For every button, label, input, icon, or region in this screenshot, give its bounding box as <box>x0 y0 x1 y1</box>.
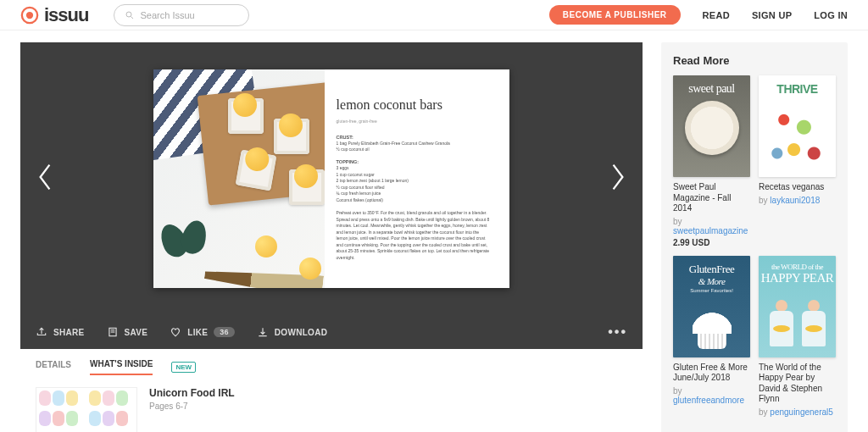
nav-read[interactable]: READ <box>703 10 730 20</box>
inside-pages: Pages 6-7 <box>149 402 235 411</box>
nav-login[interactable]: LOG IN <box>814 10 848 20</box>
logo-icon <box>20 6 39 25</box>
related-author-link[interactable]: glutenfreeandmore <box>673 396 744 405</box>
like-count: 36 <box>214 327 235 337</box>
cover-label-2: & More <box>698 276 726 286</box>
share-icon <box>36 326 47 338</box>
more-button[interactable]: ••• <box>608 324 627 340</box>
related-byline: by sweetpaulmagazine <box>673 217 750 235</box>
related-author-link[interactable]: penguingeneral5 <box>770 407 833 417</box>
related-byline: by penguingeneral5 <box>759 407 836 417</box>
action-bar: SHARE SAVE LIKE 36 DOWNLOAD ••• <box>20 315 643 349</box>
page-right-recipe: lemon coconut bars gluten-free, grain-fr… <box>325 69 509 288</box>
cover-label: the WORLD of theHAPPY PEAR <box>761 263 834 286</box>
related-cover[interactable]: sweet paul <box>673 75 750 177</box>
share-button[interactable]: SHARE <box>36 326 85 338</box>
related-title[interactable]: The World of the Happy Pear by David & S… <box>759 363 836 405</box>
svg-point-1 <box>26 11 33 18</box>
tab-details[interactable]: DETAILS <box>36 360 71 374</box>
download-label: DOWNLOAD <box>275 328 327 337</box>
page-left-photo <box>153 69 325 288</box>
svg-line-3 <box>131 16 134 19</box>
related-byline: by glutenfreeandmore <box>673 386 750 405</box>
save-button[interactable]: SAVE <box>107 326 148 338</box>
recipe-method: Preheat oven to 350°F. For the crust, bl… <box>337 210 491 261</box>
prev-page-button[interactable] <box>27 153 63 204</box>
crust-body: 1 bag Purely Elizabeth Grain-Free Coconu… <box>337 141 491 153</box>
top-bar: issuu Search Issuu BECOME A PUBLISHER RE… <box>0 0 868 30</box>
cover-label: THRIVE <box>776 82 817 96</box>
related-author-link[interactable]: sweetpaulmagazine <box>673 226 748 235</box>
inside-title: Unicorn Food IRL <box>149 387 235 399</box>
tab-whats-inside[interactable]: WHAT'S INSIDE <box>90 359 153 375</box>
cover-label: sweet paul <box>688 82 734 96</box>
chevron-left-icon <box>36 162 54 192</box>
related-byline: by laykauni2018 <box>759 196 836 205</box>
related-author-link[interactable]: laykauni2018 <box>770 196 820 205</box>
related-cover[interactable]: THRIVE <box>759 75 836 177</box>
related-card: sweet paul Sweet Paul Magazine - Fall 20… <box>673 75 750 247</box>
related-cover[interactable]: GlutenFree & More Summer Favorites! <box>673 256 750 357</box>
cover-label: GlutenFree <box>689 263 734 276</box>
download-button[interactable]: DOWNLOAD <box>257 326 327 338</box>
related-card: GlutenFree & More Summer Favorites! Glut… <box>673 256 750 417</box>
logo-text: issuu <box>44 4 88 26</box>
topping-heading: TOPPING: <box>337 158 491 165</box>
download-icon <box>257 326 269 338</box>
whats-inside-item[interactable]: Unicorn Food IRL Pages 6-7 <box>20 382 643 432</box>
document-reader[interactable]: lemon coconut bars gluten-free, grain-fr… <box>20 42 643 315</box>
like-button[interactable]: LIKE 36 <box>170 326 235 338</box>
related-title[interactable]: Recetas veganas <box>759 182 836 193</box>
heart-icon <box>170 326 181 338</box>
topping-body: 3 eggs 1 cup coconut sugar 2 tsp lemon z… <box>337 165 491 203</box>
save-icon <box>107 326 119 338</box>
related-card: the WORLD of theHAPPY PEAR The World of … <box>759 256 836 417</box>
become-publisher-button[interactable]: BECOME A PUBLISHER <box>549 5 681 25</box>
next-page-button[interactable] <box>600 153 636 204</box>
sidebar: Read More sweet paul Sweet Paul Magazine… <box>661 42 848 432</box>
recipe-title: lemon coconut bars <box>337 95 491 115</box>
related-title[interactable]: Sweet Paul Magazine - Fall 2014 <box>673 182 750 214</box>
related-cover[interactable]: the WORLD of theHAPPY PEAR <box>759 256 836 357</box>
search-icon <box>125 10 135 20</box>
save-label: SAVE <box>125 328 148 337</box>
tabs: DETAILS WHAT'S INSIDE NEW <box>20 349 643 382</box>
page-spread: lemon coconut bars gluten-free, grain-fr… <box>153 69 509 288</box>
inside-thumbnail <box>36 387 137 432</box>
share-label: SHARE <box>53 328 85 337</box>
related-price: 2.99 USD <box>673 238 750 247</box>
like-label: LIKE <box>187 328 208 337</box>
badge-new: NEW <box>171 362 196 373</box>
logo[interactable]: issuu <box>20 4 88 26</box>
search-placeholder: Search Issuu <box>140 10 194 20</box>
svg-point-2 <box>126 12 131 17</box>
search-input[interactable]: Search Issuu <box>114 4 249 26</box>
crust-heading: CRUST: <box>337 134 491 141</box>
related-card: THRIVE Recetas veganas by laykauni2018 <box>759 75 836 247</box>
cover-sub: Summer Favorites! <box>690 288 733 293</box>
recipe-subtitle: gluten-free, grain-free <box>337 119 491 125</box>
chevron-right-icon <box>609 162 627 192</box>
nav-signup[interactable]: SIGN UP <box>752 10 792 20</box>
related-title[interactable]: Gluten Free & More June/July 2018 <box>673 363 750 384</box>
sidebar-heading: Read More <box>673 54 836 67</box>
